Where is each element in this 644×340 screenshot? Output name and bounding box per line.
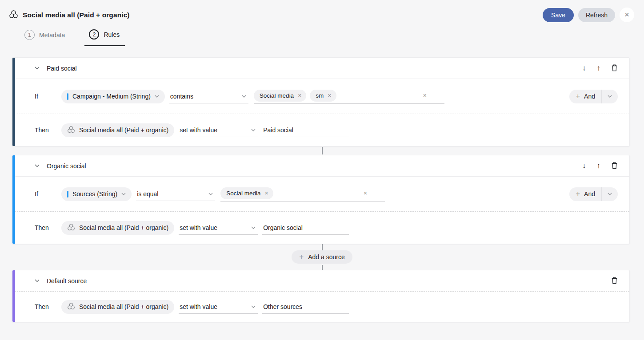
plus-icon: +: [576, 92, 580, 101]
rule-title: Organic social: [47, 162, 86, 170]
rule-card-default-source: Default source Then Social media all (Pa…: [12, 270, 630, 322]
action-select-value: set with value: [180, 127, 217, 134]
action-select-value: set with value: [180, 303, 217, 310]
action-select[interactable]: set with value: [179, 221, 258, 235]
chevron-down-icon[interactable]: [35, 67, 40, 70]
dimension-marker-icon: [67, 93, 68, 100]
dimension-icon: [9, 10, 18, 20]
clear-values-icon[interactable]: ×: [423, 92, 427, 99]
action-select[interactable]: set with value: [179, 123, 258, 137]
action-label: Then: [35, 224, 61, 231]
delete-rule-button[interactable]: [611, 277, 618, 285]
and-button-label: And: [584, 93, 595, 100]
dimension-icon: [67, 126, 75, 135]
condition-label: If: [35, 93, 61, 100]
chevron-down-icon: [251, 305, 256, 308]
target-dimension-label: Social media all (Paid + organic): [79, 127, 168, 134]
add-source-label: Add a source: [308, 253, 345, 261]
delete-rule-button[interactable]: [611, 162, 618, 170]
delete-rule-button[interactable]: [611, 64, 618, 73]
add-source-area: + Add a source: [0, 244, 644, 270]
dimension-select[interactable]: Sources (String): [61, 187, 132, 201]
chevron-down-icon: [251, 129, 256, 131]
plus-icon: +: [299, 253, 304, 261]
arrow-up-icon: ↑: [597, 162, 601, 170]
output-value-input[interactable]: Other sources: [262, 300, 349, 314]
arrow-down-icon: ↓: [582, 64, 586, 72]
output-value-input[interactable]: Organic social: [262, 221, 349, 235]
operator-select-value: is equal: [137, 190, 158, 198]
chevron-down-icon[interactable]: [35, 164, 40, 167]
condition-values-input[interactable]: Social media × ×: [220, 187, 385, 202]
value-chip[interactable]: Social media ×: [254, 90, 306, 102]
dimension-icon: [67, 223, 75, 233]
target-dimension-pill[interactable]: Social media all (Paid + organic): [61, 300, 174, 314]
and-button-label: And: [584, 190, 595, 198]
target-dimension-pill[interactable]: Social media all (Paid + organic): [61, 123, 174, 137]
rule-accent-bar: [12, 58, 15, 146]
value-chip-label: Social media: [260, 92, 294, 99]
chevron-down-icon: [155, 95, 159, 98]
rule-title: Paid social: [47, 65, 77, 72]
step-number-badge: 2: [89, 29, 99, 40]
chevron-down-icon: [242, 95, 246, 98]
rule-connector-line: [0, 146, 644, 155]
clear-values-icon[interactable]: ×: [364, 190, 367, 196]
rules-area: Paid social ↓ ↑ If Campaign - Medium (St…: [0, 57, 644, 322]
chevron-down-icon: [121, 193, 126, 195]
move-rule-down-button[interactable]: ↓: [582, 64, 586, 72]
rule-accent-bar: [12, 155, 15, 244]
move-rule-up-button[interactable]: ↑: [597, 64, 601, 72]
tab-label: Rules: [104, 31, 120, 38]
close-icon: ×: [624, 10, 629, 20]
condition-values-input[interactable]: Social media × sm × ×: [254, 89, 444, 104]
plus-icon: +: [576, 190, 580, 198]
add-condition-and-button[interactable]: + And: [569, 90, 618, 103]
move-rule-up-button[interactable]: ↑: [597, 162, 601, 170]
action-label: Then: [35, 303, 61, 310]
dimension-select-value: Campaign - Medium (String): [72, 93, 151, 100]
and-options-caret[interactable]: [602, 187, 618, 201]
value-chip-label: Social media: [226, 190, 260, 197]
chevron-down-icon: [208, 193, 213, 195]
save-button[interactable]: Save: [543, 8, 574, 22]
value-chip[interactable]: Social media ×: [220, 187, 273, 199]
dimension-icon: [67, 302, 75, 312]
add-source-button[interactable]: + Add a source: [292, 250, 352, 264]
action-select-value: set with value: [180, 224, 217, 231]
operator-select[interactable]: contains: [169, 90, 248, 103]
output-value-input[interactable]: Paid social: [262, 123, 349, 137]
rule-title: Default source: [47, 277, 87, 285]
rule-card-paid-social: Paid social ↓ ↑ If Campaign - Medium (St…: [12, 57, 630, 146]
rule-accent-bar: [12, 270, 15, 322]
tab-label: Metadata: [39, 32, 65, 39]
target-dimension-pill[interactable]: Social media all (Paid + organic): [61, 221, 174, 235]
add-condition-and-button[interactable]: + And: [569, 187, 618, 201]
and-options-caret[interactable]: [602, 90, 618, 103]
trash-icon: [611, 64, 618, 73]
tab-metadata[interactable]: 1 Metadata: [20, 28, 70, 46]
trash-icon: [611, 277, 618, 285]
remove-chip-icon[interactable]: ×: [328, 92, 331, 99]
remove-chip-icon[interactable]: ×: [298, 92, 301, 99]
chevron-down-icon[interactable]: [35, 279, 40, 282]
step-tabs: 1 Metadata 2 Rules: [20, 28, 644, 46]
arrow-up-icon: ↑: [597, 64, 601, 72]
value-chip[interactable]: sm ×: [310, 90, 336, 102]
remove-chip-icon[interactable]: ×: [264, 190, 268, 196]
action-label: Then: [35, 127, 61, 134]
move-rule-down-button[interactable]: ↓: [582, 162, 586, 170]
operator-select-value: contains: [170, 93, 193, 100]
tab-rules[interactable]: 2 Rules: [84, 28, 125, 46]
target-dimension-label: Social media all (Paid + organic): [79, 224, 168, 231]
step-number-badge: 1: [24, 30, 35, 40]
action-select[interactable]: set with value: [179, 300, 258, 314]
trash-icon: [611, 162, 618, 170]
dimension-select[interactable]: Campaign - Medium (String): [61, 90, 165, 103]
top-bar: Social media all (Paid + organic) Save R…: [0, 0, 644, 22]
dimension-select-value: Sources (String): [72, 190, 117, 198]
refresh-button[interactable]: Refresh: [578, 8, 615, 22]
close-button[interactable]: ×: [620, 8, 634, 22]
operator-select[interactable]: is equal: [136, 187, 215, 201]
page-title: Social media all (Paid + organic): [23, 11, 130, 19]
